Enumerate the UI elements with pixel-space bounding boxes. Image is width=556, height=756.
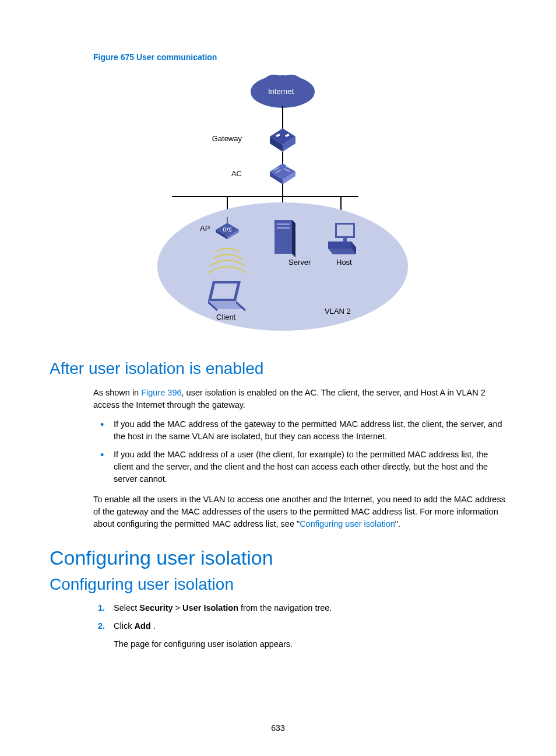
text: >	[173, 603, 183, 612]
steps-list: Select Security > User Isolation from th…	[93, 602, 506, 632]
bullet-list: If you add the MAC address of the gatewa…	[93, 418, 506, 485]
paragraph-enable-all: To enable all the users in the VLAN to a…	[93, 494, 506, 530]
heading-configuring-h1: Configuring user isolation	[50, 547, 506, 569]
paragraph-intro: As shown in Figure 396, user isolation i…	[93, 387, 506, 411]
svg-rect-32	[277, 227, 290, 229]
svg-marker-35	[328, 249, 356, 254]
label-server: Server	[288, 258, 311, 267]
list-item: If you add the MAC address of a user (th…	[93, 449, 506, 485]
label-vlan: VLAN 2	[325, 307, 351, 316]
text: ".	[395, 519, 400, 528]
heading-after-isolation: After user isolation is enabled	[50, 359, 506, 378]
page-number: 633	[0, 723, 556, 733]
label-gateway: Gateway	[212, 134, 242, 143]
text: As shown in	[93, 388, 141, 397]
label-ac: AC	[231, 169, 242, 178]
step-result: The page for configuring user isolation …	[114, 638, 506, 650]
heading-configuring-h2: Configuring user isolation	[50, 575, 506, 594]
text: Select	[114, 603, 139, 612]
text: .	[151, 621, 156, 631]
figure-caption: Figure 675 User communication	[93, 52, 506, 62]
text: from the navigation tree.	[238, 603, 332, 612]
network-diagram: ((•))	[108, 65, 458, 345]
step-1: Select Security > User Isolation from th…	[93, 602, 506, 614]
add-button-label: Add	[134, 621, 150, 631]
link-configuring-user-isolation[interactable]: Configuring user isolation	[300, 519, 395, 528]
text: Click	[114, 621, 134, 631]
label-host: Host	[336, 258, 352, 267]
list-item: If you add the MAC address of the gatewa…	[93, 418, 506, 443]
step-2: Click Add .	[93, 620, 506, 632]
svg-marker-30	[292, 220, 295, 257]
label-ap: AP	[200, 224, 210, 233]
link-figure-396[interactable]: Figure 396	[141, 388, 181, 397]
nav-security: Security	[139, 603, 173, 612]
svg-text:((•)): ((•))	[223, 226, 231, 232]
svg-rect-34	[337, 225, 353, 236]
svg-rect-38	[343, 238, 347, 242]
label-client: Client	[216, 313, 235, 321]
svg-rect-36	[328, 242, 351, 249]
label-internet: Internet	[268, 87, 294, 96]
svg-marker-40	[212, 284, 237, 299]
nav-user-isolation: User Isolation	[182, 603, 238, 612]
svg-rect-31	[277, 223, 290, 225]
